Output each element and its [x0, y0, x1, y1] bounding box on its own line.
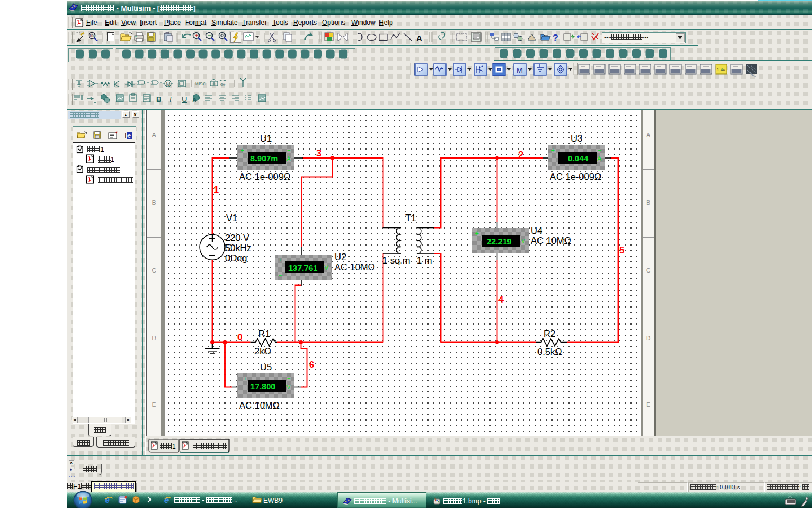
svg-text:R2: R2: [544, 329, 555, 339]
svg-text:A: A: [192, 97, 196, 103]
svg-text:A: A: [287, 156, 291, 162]
svg-text:A: A: [598, 156, 602, 162]
svg-text:2kΩ: 2kΩ: [254, 346, 271, 356]
svg-text:220 V: 220 V: [225, 233, 249, 243]
svg-text:U2: U2: [334, 252, 346, 262]
svg-text:−: −: [475, 246, 479, 252]
svg-text:22.219: 22.219: [487, 237, 511, 246]
svg-text:50kHz: 50kHz: [225, 243, 251, 253]
svg-text:e: e: [105, 495, 110, 505]
svg-text:M: M: [517, 66, 523, 75]
svg-text:−: −: [287, 147, 290, 154]
svg-text:I: I: [170, 95, 172, 103]
svg-text:U4: U4: [531, 225, 542, 235]
svg-text:+: +: [551, 147, 555, 154]
svg-text:M: M: [166, 81, 171, 87]
svg-text:V: V: [522, 238, 526, 244]
svg-text:1 sq.m: 1 sq.m: [382, 255, 411, 265]
svg-text:137.761: 137.761: [288, 264, 317, 273]
svg-text:5: 5: [619, 245, 624, 255]
svg-text:+: +: [475, 230, 479, 237]
svg-text:0v: 0v: [220, 82, 225, 87]
svg-text:−: −: [279, 272, 282, 279]
svg-text:R1: R1: [258, 329, 270, 339]
svg-text:AC 10MΩ: AC 10MΩ: [531, 235, 571, 246]
svg-text:AC 10MΩ: AC 10MΩ: [239, 400, 280, 410]
svg-text:8.907m: 8.907m: [250, 154, 278, 163]
svg-text:V: V: [325, 265, 329, 271]
svg-text:V: V: [287, 384, 291, 391]
svg-text:U: U: [182, 95, 187, 103]
svg-text:100: 100: [90, 34, 96, 38]
svg-text:1 m: 1 m: [417, 255, 433, 265]
svg-text:U1: U1: [260, 133, 272, 143]
svg-text:MISC: MISC: [195, 81, 206, 86]
svg-text:0.044: 0.044: [568, 154, 588, 163]
svg-text:0: 0: [237, 332, 242, 342]
svg-text:0.5kΩ: 0.5kΩ: [537, 347, 562, 357]
svg-text:T1: T1: [405, 213, 416, 223]
svg-text:+: +: [279, 256, 282, 263]
svg-text:0Deg: 0Deg: [225, 253, 247, 263]
svg-text:1: 1: [214, 185, 219, 195]
svg-text:AC 1e-009Ω: AC 1e-009Ω: [550, 172, 601, 182]
svg-text:B: B: [156, 95, 161, 103]
svg-text:U5: U5: [260, 362, 272, 372]
svg-text:AC 1e-009Ω: AC 1e-009Ω: [239, 172, 290, 182]
svg-text:V1: V1: [226, 213, 237, 223]
svg-text:2: 2: [518, 150, 523, 160]
svg-text:1.4v: 1.4v: [717, 67, 725, 72]
svg-text:+: +: [241, 147, 244, 154]
svg-text:?: ?: [553, 33, 558, 43]
svg-text:+: +: [244, 375, 247, 382]
svg-text:−: −: [598, 147, 601, 154]
svg-text:3: 3: [316, 148, 321, 158]
svg-text:e: e: [127, 132, 131, 139]
svg-text:A: A: [416, 33, 422, 43]
svg-text:U3: U3: [571, 133, 582, 143]
svg-text:AC 10MΩ: AC 10MΩ: [334, 262, 375, 272]
svg-text:17.800: 17.800: [250, 382, 275, 391]
svg-text:4: 4: [498, 294, 504, 304]
svg-text:−: −: [287, 375, 290, 382]
svg-text:6: 6: [309, 360, 314, 370]
